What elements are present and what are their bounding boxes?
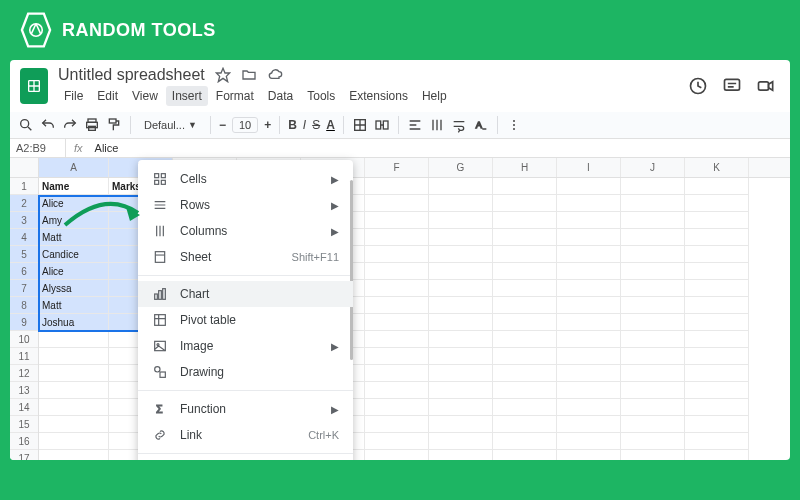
row-header[interactable]: 10 bbox=[10, 331, 38, 348]
cell[interactable] bbox=[493, 280, 557, 297]
cell[interactable] bbox=[493, 331, 557, 348]
merge-icon[interactable] bbox=[374, 117, 390, 133]
cell[interactable] bbox=[365, 331, 429, 348]
cell[interactable] bbox=[365, 229, 429, 246]
row-header[interactable]: 3 bbox=[10, 212, 38, 229]
cell[interactable] bbox=[621, 416, 685, 433]
menu-item-drawing[interactable]: Drawing bbox=[138, 359, 353, 385]
menu-item-image[interactable]: Image▶ bbox=[138, 333, 353, 359]
cell[interactable] bbox=[493, 348, 557, 365]
row-header[interactable]: 14 bbox=[10, 399, 38, 416]
comment-icon[interactable] bbox=[722, 76, 742, 96]
menu-item-cells[interactable]: Cells▶ bbox=[138, 166, 353, 192]
align-v-icon[interactable] bbox=[429, 117, 445, 133]
cell[interactable] bbox=[493, 195, 557, 212]
history-icon[interactable] bbox=[688, 76, 708, 96]
redo-icon[interactable] bbox=[62, 117, 78, 133]
cell[interactable]: Alice bbox=[39, 263, 109, 280]
menu-insert[interactable]: Insert bbox=[166, 86, 208, 106]
cell[interactable] bbox=[685, 314, 749, 331]
cell[interactable] bbox=[39, 365, 109, 382]
menu-item-pivot-table[interactable]: Pivot table bbox=[138, 307, 353, 333]
cell[interactable] bbox=[621, 331, 685, 348]
menu-data[interactable]: Data bbox=[262, 86, 299, 106]
cell[interactable]: Candice bbox=[39, 246, 109, 263]
star-icon[interactable] bbox=[215, 67, 231, 83]
cell[interactable] bbox=[493, 246, 557, 263]
row-header[interactable]: 13 bbox=[10, 382, 38, 399]
cell[interactable] bbox=[365, 365, 429, 382]
cell[interactable] bbox=[557, 331, 621, 348]
cell[interactable] bbox=[365, 433, 429, 450]
cell[interactable] bbox=[557, 178, 621, 195]
cell[interactable] bbox=[493, 433, 557, 450]
cell[interactable] bbox=[685, 331, 749, 348]
cell[interactable] bbox=[557, 382, 621, 399]
col-header-H[interactable]: H bbox=[493, 158, 557, 177]
cell[interactable] bbox=[621, 246, 685, 263]
cell[interactable] bbox=[429, 450, 493, 460]
cell[interactable] bbox=[493, 365, 557, 382]
cell[interactable] bbox=[365, 314, 429, 331]
cell[interactable] bbox=[365, 399, 429, 416]
cell[interactable] bbox=[557, 399, 621, 416]
cell[interactable] bbox=[429, 433, 493, 450]
cell[interactable] bbox=[429, 229, 493, 246]
cell[interactable] bbox=[557, 450, 621, 460]
cell[interactable] bbox=[39, 433, 109, 450]
cell[interactable] bbox=[685, 450, 749, 460]
move-folder-icon[interactable] bbox=[241, 67, 257, 83]
menu-item-columns[interactable]: Columns▶ bbox=[138, 218, 353, 244]
cell[interactable] bbox=[39, 399, 109, 416]
spreadsheet-grid[interactable]: 12345678910111213141516171819 ABCDEFGHIJ… bbox=[10, 158, 790, 460]
cell[interactable] bbox=[493, 212, 557, 229]
cell[interactable] bbox=[685, 348, 749, 365]
cell[interactable] bbox=[429, 195, 493, 212]
bold-button[interactable]: B bbox=[288, 118, 297, 132]
cell[interactable] bbox=[365, 178, 429, 195]
cell[interactable] bbox=[685, 433, 749, 450]
cell[interactable] bbox=[429, 263, 493, 280]
cell[interactable] bbox=[621, 229, 685, 246]
text-color-button[interactable]: A bbox=[326, 118, 335, 132]
col-header-F[interactable]: F bbox=[365, 158, 429, 177]
formula-input[interactable]: Alice bbox=[91, 139, 123, 157]
cell[interactable] bbox=[429, 178, 493, 195]
cell[interactable] bbox=[557, 433, 621, 450]
cell[interactable] bbox=[557, 212, 621, 229]
cell[interactable] bbox=[685, 246, 749, 263]
cell[interactable] bbox=[365, 297, 429, 314]
cell[interactable] bbox=[685, 178, 749, 195]
sheets-app-icon[interactable] bbox=[20, 68, 48, 104]
menu-extensions[interactable]: Extensions bbox=[343, 86, 414, 106]
cell[interactable] bbox=[429, 314, 493, 331]
cell[interactable] bbox=[557, 246, 621, 263]
font-size-input[interactable]: 10 bbox=[232, 117, 258, 133]
cell[interactable] bbox=[365, 263, 429, 280]
font-select[interactable]: Defaul... ▼ bbox=[139, 116, 202, 134]
cell[interactable] bbox=[621, 178, 685, 195]
cell[interactable] bbox=[685, 399, 749, 416]
menu-tools[interactable]: Tools bbox=[301, 86, 341, 106]
cell[interactable] bbox=[365, 348, 429, 365]
cell[interactable]: Alyssa bbox=[39, 280, 109, 297]
cell[interactable] bbox=[365, 212, 429, 229]
cell[interactable] bbox=[557, 348, 621, 365]
col-header-A[interactable]: A bbox=[39, 158, 109, 177]
cell[interactable] bbox=[493, 178, 557, 195]
cell[interactable] bbox=[429, 365, 493, 382]
cell[interactable] bbox=[621, 365, 685, 382]
cell[interactable] bbox=[557, 297, 621, 314]
cell[interactable] bbox=[621, 399, 685, 416]
document-title[interactable]: Untitled spreadsheet bbox=[58, 66, 205, 84]
cell[interactable] bbox=[685, 212, 749, 229]
row-header[interactable]: 9 bbox=[10, 314, 38, 331]
row-header[interactable]: 12 bbox=[10, 365, 38, 382]
strike-button[interactable]: S bbox=[312, 118, 320, 132]
menu-format[interactable]: Format bbox=[210, 86, 260, 106]
row-header[interactable]: 4 bbox=[10, 229, 38, 246]
cell[interactable] bbox=[365, 416, 429, 433]
font-increase-icon[interactable]: + bbox=[264, 118, 271, 132]
cell[interactable] bbox=[621, 280, 685, 297]
more-toolbar-icon[interactable] bbox=[506, 117, 522, 133]
